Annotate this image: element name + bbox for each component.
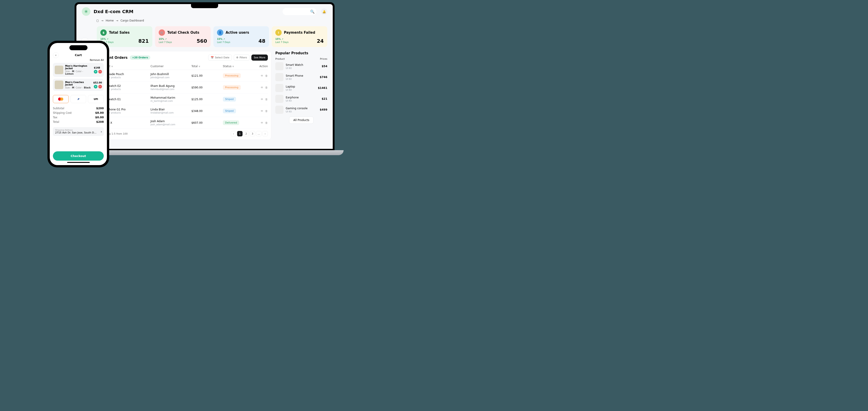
product-thumb <box>275 62 283 70</box>
phone-device: ‹ Cart Remove All Men's Harrington Jacke… <box>48 41 109 167</box>
payment-methods: P UPI <box>53 95 104 103</box>
payment-mastercard[interactable] <box>53 95 69 103</box>
calendar-icon: 📅 <box>211 56 214 59</box>
qty-decrease[interactable]: − <box>98 70 102 74</box>
search-icon: 🔍 <box>310 9 315 14</box>
search-bar[interactable]: 🔍 <box>283 8 316 15</box>
folder-icon: ▢ <box>96 19 99 22</box>
filters-button[interactable]: ⚙Filters <box>234 55 250 61</box>
delete-icon[interactable]: 🗑 <box>265 98 268 101</box>
home-indicator <box>67 162 90 163</box>
status-badge: Shiped <box>223 97 236 101</box>
status-badge: Delivered <box>223 120 239 125</box>
upi-icon: UPI <box>94 98 98 100</box>
page-ellipsis: ... <box>256 131 261 137</box>
dollar-icon: $ <box>100 29 107 36</box>
checkout-button[interactable]: Checkout <box>53 151 104 160</box>
list-item[interactable]: EarphoneUI Kit$21 <box>275 95 327 103</box>
chevron-left-icon: ‹ <box>55 53 56 57</box>
product-thumb <box>275 84 283 92</box>
list-item[interactable]: LaptopUI Kit$1461 <box>275 84 327 92</box>
product-thumb <box>275 73 283 81</box>
chevron-right-icon: › <box>101 130 102 134</box>
list-item[interactable]: Smart PhoneUI Kit$746 <box>275 73 327 81</box>
table-row[interactable]: Iphone XJosh Adamjosh_adam@mail.com$607.… <box>100 117 268 129</box>
product-thumb <box>55 66 63 74</box>
card-active-users: 👤Active users 15% ↗Last 7 Days 48 <box>213 26 269 47</box>
laptop-device: ✳ Dxd E-com CRM 🔍 🔔 ▢ → Home → Cargo Das… <box>74 2 335 155</box>
qty-increase[interactable]: + <box>94 70 97 74</box>
sort-icon[interactable]: ▼ <box>199 65 200 68</box>
bell-icon: 🔔 <box>322 10 326 13</box>
chevron-right-icon: → <box>116 19 118 22</box>
page-next[interactable]: › <box>262 131 268 137</box>
table-row[interactable]: Smartwatch E2+1 other productsIlham Budi… <box>100 82 268 93</box>
orders-table: Product▼ Customer Total▼ Status▼ Action … <box>100 63 268 129</box>
list-item[interactable]: Smart WatchUI Kit$54 <box>275 62 327 70</box>
shipping-address[interactable]: Shipping Address 2715 Ash Dr. San Jose, … <box>53 127 104 136</box>
chevron-right-icon: → <box>101 19 103 22</box>
list-item[interactable]: Gaming consoleUI Kit$499 <box>275 106 327 114</box>
mastercard-icon <box>58 97 63 101</box>
all-products-button[interactable]: All Products <box>289 117 314 124</box>
view-icon[interactable]: 👁 <box>260 74 264 77</box>
trend-up-icon: ↗ <box>223 38 225 40</box>
breadcrumb-home[interactable]: Home <box>105 19 114 22</box>
delete-icon[interactable]: 🗑 <box>265 86 268 89</box>
cart-title: Cart <box>75 53 82 57</box>
card-checkouts: 🛒Total Check Outs 15% ↗Last 7 Days 560 <box>155 26 211 47</box>
filter-icon: ⚙ <box>236 56 239 59</box>
page-3[interactable]: 3 <box>250 131 255 137</box>
breadcrumb-current: Cargo Dashboard <box>121 19 144 22</box>
popular-title: Popular Products <box>275 51 327 55</box>
product-thumb <box>55 81 63 89</box>
product-thumb <box>275 106 283 114</box>
page-1[interactable]: 1 <box>237 131 243 137</box>
warning-icon: ! <box>275 29 282 36</box>
delete-icon[interactable]: 🗑 <box>265 74 268 77</box>
trend-up-icon: ↗ <box>281 38 283 40</box>
view-icon[interactable]: 👁 <box>260 86 264 89</box>
cart-item: Men's Coaches JacketSize - M Color - Bla… <box>53 79 104 91</box>
pagination: Showing 1-5 from 100 ‹ 1 2 3 ... › <box>100 129 268 137</box>
select-date-button[interactable]: 📅Select Date <box>208 55 232 61</box>
back-button[interactable]: ‹ <box>53 52 59 58</box>
page-prev[interactable]: ‹ <box>231 131 236 137</box>
stats-cards: $Total Sales 15% ↗Last 7 Days 821 🛒Total… <box>76 22 333 50</box>
trend-up-icon: ↗ <box>165 38 166 40</box>
qty-increase[interactable]: + <box>94 85 97 88</box>
popular-products-panel: Popular Products Product Prices Smart Wa… <box>275 51 327 140</box>
card-payments-failed: !Payments Failed 15% ↗Last 7 Days 24 <box>272 26 327 47</box>
view-icon[interactable]: 👁 <box>260 110 264 113</box>
sort-icon[interactable]: ▼ <box>112 65 113 68</box>
cart-icon: 🛒 <box>159 29 165 36</box>
dynamic-island <box>69 45 88 50</box>
status-badge: Processing <box>223 85 241 90</box>
sort-icon[interactable]: ▼ <box>232 65 234 68</box>
cart-totals: Subtotal$200 Shipping Cost$8.00 Tax$0.00… <box>53 107 104 125</box>
recent-orders-panel: Recent Orders +20 Orders 📅Select Date ⚙F… <box>97 51 271 140</box>
remove-all-button[interactable]: Remove All <box>53 59 104 61</box>
see-more-button[interactable]: See More <box>251 55 268 61</box>
view-icon[interactable]: 👁 <box>260 121 264 124</box>
delete-icon[interactable]: 🗑 <box>265 121 268 124</box>
table-row[interactable]: Handmade Pouch+3 other productsJohn Bush… <box>100 70 268 82</box>
app-logo: ✳ <box>82 7 90 16</box>
table-row[interactable]: Smartwatch E1Mohammad Karimm_karim@mail.… <box>100 93 268 105</box>
product-thumb <box>275 95 283 103</box>
payment-upi[interactable]: UPI <box>88 95 104 103</box>
paypal-icon: P <box>78 98 79 100</box>
notification-button[interactable]: 🔔 <box>321 8 327 15</box>
qty-decrease[interactable]: − <box>98 85 102 88</box>
view-icon[interactable]: 👁 <box>260 98 264 101</box>
app-title: Dxd E-com CRM <box>94 9 133 14</box>
trend-up-icon: ↗ <box>106 38 108 40</box>
status-badge: Shiped <box>223 109 236 113</box>
page-2[interactable]: 2 <box>243 131 249 137</box>
status-badge: Processing <box>223 73 241 78</box>
table-row[interactable]: Headphone G1 Pro+1 other productsLinda B… <box>100 105 268 117</box>
user-icon: 👤 <box>217 29 223 36</box>
payment-paypal[interactable]: P <box>70 95 86 103</box>
delete-icon[interactable]: 🗑 <box>265 110 268 113</box>
orders-count-chip: +20 Orders <box>130 55 150 60</box>
